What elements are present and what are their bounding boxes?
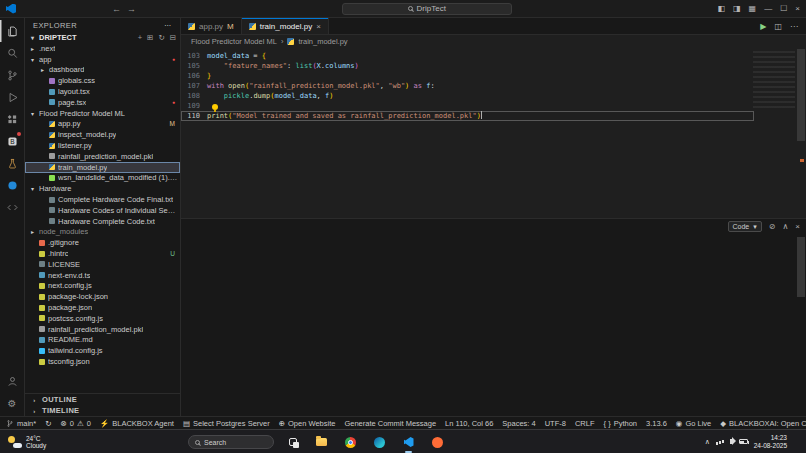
language-item[interactable]: { } Python [604,419,637,428]
customize-layout-icon[interactable]: ▦ [749,4,757,13]
remote-explorer-icon[interactable] [0,196,25,218]
code-line[interactable]: 105 "feature_names": list(X.columns) [181,61,806,71]
extensions-icon[interactable] [0,108,25,130]
outline-section[interactable]: › OUTLINE [25,394,180,405]
new-folder-icon[interactable]: ⊞ [147,33,153,42]
tree-item[interactable]: rainfall_prediction_model.pkl [25,324,180,335]
tree-item[interactable]: train_model.py [25,162,180,173]
tree-item[interactable]: tsconfig.json [25,356,180,367]
project-root-row[interactable]: ▾ DRIPTECT + ⊞ ↻ ⊟ [25,32,180,43]
taskbar-search[interactable]: Search [188,435,274,449]
tray-chevron-icon[interactable]: ∧ [705,438,710,446]
blackbox-chat-item[interactable]: ◆ BLACKBOXAI: Open Chat [720,419,806,428]
clock-widget[interactable]: 14:23 24-08-2025 [754,434,787,449]
tree-item[interactable]: page.tsx ● [25,97,180,108]
code-line[interactable]: 110 print("Model trained and saved as ra… [181,111,754,121]
weather-widget[interactable]: 24°C Cloudy [0,435,46,449]
git-branch-item[interactable]: main* [6,419,36,428]
commit-message-item[interactable]: Generate Commit Message [344,419,436,428]
collapse-folders-icon[interactable]: ⊟ [170,33,176,42]
chrome-button[interactable] [340,432,361,453]
python-version-item[interactable]: 3.13.6 [646,419,667,428]
minimap[interactable] [753,51,795,109]
account-icon[interactable] [0,370,25,392]
tree-item[interactable]: package-lock.json [25,291,180,302]
tree-item[interactable]: globals.css [25,75,180,86]
toggle-panel-icon[interactable]: ◨ [733,4,741,13]
maximize-button[interactable]: ☐ [780,4,787,13]
minimize-button[interactable]: — [764,4,772,13]
task-view-button[interactable] [282,432,303,453]
tree-item[interactable]: wsn_landslide_data_modified (1).csv [25,173,180,184]
run-debug-icon[interactable] [0,86,25,108]
code-line[interactable]: 108 pickle.dump(model_data, f) [181,91,806,101]
tree-item[interactable]: postcss.config.js [25,313,180,324]
tree-item[interactable]: Hardware Codes of Individual Sensors... [25,205,180,216]
file-explorer-button[interactable] [311,432,332,453]
go-live-item[interactable]: ◉ Go Live [676,419,711,428]
tree-item[interactable]: listener.py [25,140,180,151]
cursor-position-item[interactable]: Ln 110, Col 66 [445,419,493,428]
tree-item[interactable]: inspect_model.py [25,129,180,140]
tree-item[interactable]: .gitignore [25,237,180,248]
output-console[interactable] [181,234,796,416]
tree-item[interactable]: tailwind.config.js [25,345,180,356]
tree-item[interactable]: ▸ dashboard [25,65,180,76]
tree-item[interactable]: next-env.d.ts [25,270,180,281]
volume-icon[interactable] [730,439,733,444]
blackbox-agent-item[interactable]: ⚡ BLACKBOX Agent [100,419,174,428]
explorer-icon[interactable] [0,20,25,42]
code-line[interactable]: 103 model_data = { [181,51,806,61]
sync-button[interactable]: ↻ [45,419,51,428]
postgres-item[interactable]: ▤ Select Postgres Server [183,419,270,428]
tree-item[interactable]: LICENSE [25,259,180,270]
tree-item[interactable]: ▸ node_modules [25,227,180,238]
more-actions-icon[interactable]: ⋯ [790,22,798,31]
code-editor[interactable]: 103 model_data = { 105 "feature_names": … [181,47,806,218]
code-line[interactable]: 109 [181,101,806,111]
tree-item[interactable]: ▾ app ● [25,54,180,65]
tree-item[interactable]: package.json [25,302,180,313]
tree-item[interactable]: rainfall_prediction_model.pkl [25,151,180,162]
breadcrumb-file[interactable]: train_model.py [298,37,347,46]
tree-item[interactable]: ▸ .next [25,43,180,54]
tree-item[interactable]: ▾ Flood Predictor Model ML [25,108,180,119]
tree-item[interactable]: app.py M [25,119,180,130]
tree-item[interactable]: README.md [25,335,180,346]
blackbox-icon[interactable]: B [0,130,25,152]
tree-item[interactable]: next.config.js [25,281,180,292]
indentation-item[interactable]: Spaces: 4 [502,419,535,428]
tree-item[interactable]: Hardware Complete Code.txt [25,216,180,227]
battery-icon[interactable] [739,439,748,444]
code-line[interactable]: 106 } [181,71,806,81]
tree-item[interactable]: layout.tsx [25,86,180,97]
edge-button[interactable] [369,432,390,453]
scrollbar-thumb[interactable] [797,49,805,141]
close-button[interactable]: × [795,4,800,13]
problems-item[interactable]: ⊗ 0 ⚠ 0 [60,419,90,428]
docker-icon[interactable] [0,174,25,196]
close-tab-icon[interactable]: × [316,22,321,31]
search-view-icon[interactable] [0,42,25,64]
maximize-panel-icon[interactable]: ∧ [782,222,788,231]
split-editor-icon[interactable]: ◫ [774,22,782,31]
open-website-item[interactable]: ⊕ Open Website [279,419,336,428]
settings-gear-icon[interactable]: ⚙ [0,392,25,414]
encoding-item[interactable]: UTF-8 [545,419,566,428]
sidebar-more-icon[interactable]: ⋯ [164,21,172,30]
breadcrumb-folder[interactable]: Flood Predictor Model ML [191,37,277,46]
source-control-icon[interactable] [0,64,25,86]
eol-item[interactable]: CRLF [575,419,595,428]
editor-scrollbar[interactable] [796,47,806,218]
tree-item[interactable]: ▾ Hardware [25,183,180,194]
tree-item[interactable]: .hintrc U [25,248,180,259]
tab-app-py[interactable]: app.py M [181,18,242,34]
output-channel-select[interactable]: Code ▾ [728,221,762,232]
tab-train-model-py[interactable]: train_model.py × [242,18,329,34]
vscode-button[interactable] [398,432,419,453]
new-file-icon[interactable]: + [138,33,142,42]
tree-item[interactable]: Complete Hardware Code Final.txt [25,194,180,205]
toggle-sidebar-icon[interactable]: ◧ [717,4,725,13]
postman-button[interactable] [427,432,448,453]
panel-scrollbar-thumb[interactable] [797,237,805,297]
